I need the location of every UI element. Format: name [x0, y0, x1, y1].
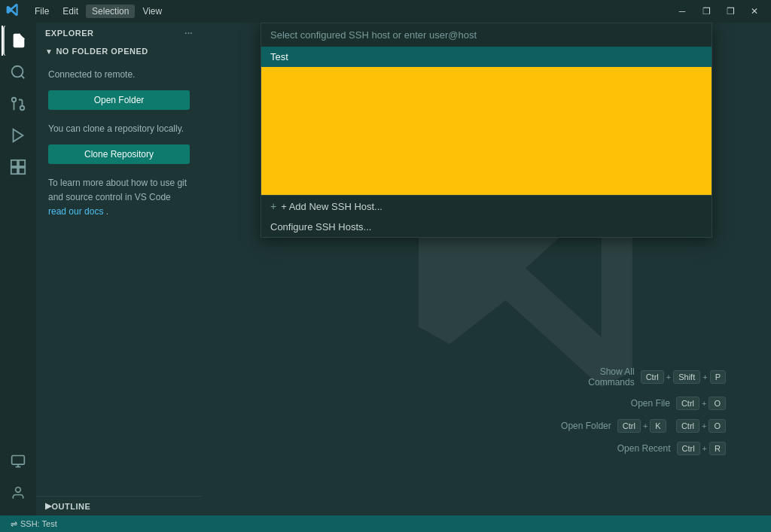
add-ssh-host-item[interactable]: + + Add New SSH Host... — [261, 196, 712, 217]
titlebar-controls: ─ ❐ ❒ ✕ — [672, 3, 765, 20]
remote-status-icon: ⇌ — [11, 519, 17, 529]
maximize-button[interactable]: ❒ — [720, 3, 741, 20]
menu-view[interactable]: View — [136, 5, 168, 18]
outline-arrow-icon: ▶ — [45, 501, 52, 511]
account-icon — [11, 485, 26, 500]
activity-explorer[interactable] — [3, 26, 33, 56]
sidebar-header: Explorer ··· — [36, 23, 202, 44]
read-docs-link[interactable]: read our docs — [48, 206, 103, 217]
svg-point-13 — [16, 488, 21, 493]
open-folder-button[interactable]: Open Folder — [48, 90, 190, 110]
sidebar-more-icon[interactable]: ··· — [184, 29, 193, 38]
extensions-icon — [10, 159, 26, 175]
menu-file[interactable]: File — [29, 5, 55, 18]
titlebar: File Edit Selection View ─ ❐ ❒ ✕ — [0, 0, 771, 23]
titlebar-left: File Edit Selection View — [6, 3, 168, 20]
command-palette-yellow-area — [261, 67, 712, 195]
run-icon — [10, 127, 26, 144]
menu-selection[interactable]: Selection — [86, 5, 135, 18]
svg-point-2 — [20, 106, 25, 111]
clone-repository-button[interactable]: Clone Repository — [48, 144, 190, 164]
titlebar-menu: File Edit Selection View — [29, 5, 168, 18]
command-palette: Test + + Add New SSH Host... Configure S… — [261, 23, 712, 238]
content-area: Test + + Add New SSH Host... Configure S… — [202, 23, 771, 515]
status-remote[interactable]: ⇌ SSH: Test — [6, 519, 62, 529]
outline-label: OUTLINE — [52, 502, 91, 511]
remote-icon — [11, 454, 26, 469]
activity-source-control[interactable] — [3, 89, 33, 119]
svg-point-3 — [12, 98, 17, 102]
svg-rect-8 — [19, 168, 25, 174]
command-palette-overlay: Test + + Add New SSH Host... Configure S… — [202, 23, 771, 515]
source-control-icon — [10, 96, 26, 112]
configure-label: Configure SSH Hosts... — [270, 221, 371, 233]
activity-bar — [0, 23, 36, 515]
sidebar-title: Explorer — [45, 29, 94, 38]
activity-run[interactable] — [3, 120, 33, 150]
add-ssh-host-label: + Add New SSH Host... — [281, 201, 382, 212]
learn-more-text: To learn more about how to use git and s… — [48, 176, 190, 220]
svg-point-0 — [12, 66, 23, 78]
plus-icon: + — [270, 200, 276, 212]
configure-ssh-hosts-item[interactable]: Configure SSH Hosts... — [261, 217, 712, 237]
activity-bottom — [3, 446, 33, 515]
clone-hint-text: You can clone a repository locally. — [48, 122, 190, 135]
sidebar-outline[interactable]: ▶ OUTLINE — [36, 496, 202, 515]
status-bar: ⇌ SSH: Test — [0, 515, 771, 532]
sidebar-content: Connected to remote. Open Folder You can… — [36, 59, 202, 496]
vscode-logo — [6, 3, 20, 20]
arrow-icon: ▼ — [45, 47, 53, 56]
command-palette-input-row — [261, 23, 712, 47]
restore-button[interactable]: ❐ — [696, 3, 717, 20]
search-icon — [10, 64, 26, 81]
menu-edit[interactable]: Edit — [56, 5, 84, 18]
close-button[interactable]: ✕ — [744, 3, 765, 20]
connected-text: Connected to remote. — [48, 68, 190, 81]
activity-remote[interactable] — [3, 446, 33, 476]
main-area: Explorer ··· ▼ NO FOLDER OPENED Connecte… — [0, 23, 771, 515]
svg-rect-9 — [11, 168, 17, 174]
sidebar-section-no-folder[interactable]: ▼ NO FOLDER OPENED — [36, 44, 202, 59]
no-folder-label: NO FOLDER OPENED — [56, 47, 148, 56]
minimize-button[interactable]: ─ — [672, 3, 693, 20]
svg-rect-10 — [12, 456, 25, 465]
svg-marker-5 — [14, 129, 23, 142]
activity-search[interactable] — [3, 57, 33, 87]
command-palette-selected-item[interactable]: Test — [261, 47, 712, 67]
sidebar: Explorer ··· ▼ NO FOLDER OPENED Connecte… — [36, 23, 202, 515]
sidebar-header-actions: ··· — [184, 29, 193, 38]
activity-extensions[interactable] — [3, 152, 33, 182]
svg-rect-6 — [11, 160, 17, 166]
svg-line-1 — [21, 75, 24, 78]
svg-rect-7 — [19, 160, 25, 166]
activity-account[interactable] — [3, 478, 33, 508]
remote-status-label: SSH: Test — [20, 519, 57, 528]
command-palette-input[interactable] — [270, 29, 702, 41]
explorer-icon — [11, 32, 27, 49]
